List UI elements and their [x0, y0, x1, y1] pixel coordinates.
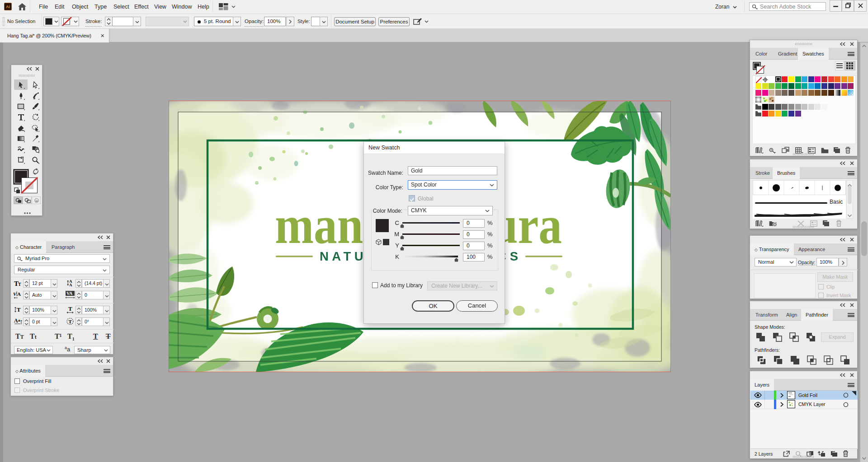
- svg-text:T: T: [69, 319, 72, 324]
- svg-text:A: A: [14, 317, 18, 324]
- svg-text:VA: VA: [66, 291, 73, 296]
- svg-text:T: T: [18, 282, 21, 286]
- svg-text:man: man: [275, 196, 363, 255]
- svg-text:a: a: [18, 318, 20, 322]
- svg-text:T: T: [68, 306, 72, 312]
- svg-text:A: A: [69, 283, 72, 287]
- svg-text:A: A: [17, 291, 21, 297]
- svg-text:T: T: [17, 306, 21, 313]
